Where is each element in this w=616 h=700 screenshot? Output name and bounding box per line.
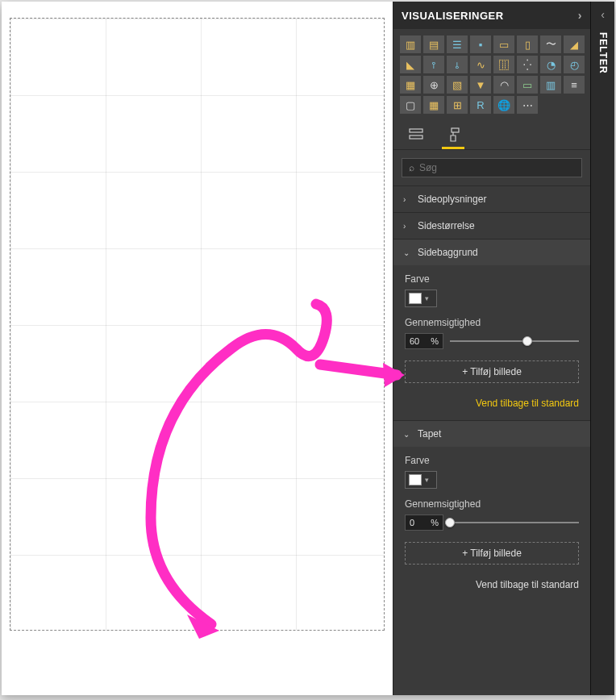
panel-title: VISUALISERINGER — [402, 10, 504, 22]
color-swatch — [409, 474, 422, 485]
viz-stacked-column-icon[interactable]: ▤ — [423, 35, 444, 53]
viz-r-icon[interactable]: R — [470, 96, 491, 114]
section-page-background[interactable]: ⌄ Sidebaggrund — [393, 240, 590, 265]
format-tabs — [393, 120, 590, 150]
viz-100-bar-icon[interactable]: ▭ — [493, 35, 514, 53]
revert-link[interactable]: Vend tilbage til standard — [405, 574, 579, 590]
search-box[interactable]: ⌕ — [402, 158, 582, 177]
color-swatch — [409, 293, 422, 304]
chevron-down-icon: ▾ — [425, 476, 429, 484]
viz-100-column-icon[interactable]: ▯ — [517, 35, 538, 53]
transparency-input[interactable]: 60 % — [405, 333, 443, 349]
transparency-value: 0 — [410, 518, 414, 527]
viz-pie-icon[interactable]: ◔ — [540, 56, 561, 73]
chevron-right-icon: › — [403, 195, 413, 204]
transparency-unit: % — [431, 518, 439, 527]
color-picker[interactable]: ▾ — [405, 290, 437, 307]
section-page-info[interactable]: › Sideoplysninger — [393, 186, 590, 212]
wallpaper-body: Farve ▾ Gennemsigtighed 0 % + Til — [393, 447, 590, 602]
svg-rect-2 — [410, 129, 422, 132]
viz-stacked-area-icon[interactable]: ◣ — [400, 56, 421, 73]
slider-track — [450, 522, 579, 523]
viz-waterfall-icon[interactable]: ⿲ — [493, 56, 514, 73]
viz-slicer-icon[interactable]: ▢ — [400, 96, 421, 114]
canvas-page[interactable] — [10, 18, 385, 631]
viz-filled-map-icon[interactable]: ▧ — [447, 76, 468, 94]
visualizations-header[interactable]: VISUALISERINGER › — [393, 2, 590, 29]
viz-treemap-icon[interactable]: ▦ — [400, 76, 421, 94]
viz-donut-icon[interactable]: ◴ — [564, 56, 585, 73]
section-wallpaper[interactable]: ⌄ Tapet — [393, 421, 590, 447]
format-tab[interactable] — [442, 127, 464, 149]
add-image-button[interactable]: + Tilføj billede — [405, 542, 579, 565]
report-canvas[interactable] — [2, 2, 393, 695]
color-label: Farve — [405, 455, 579, 466]
fields-tab[interactable] — [405, 127, 427, 149]
transparency-slider[interactable] — [450, 335, 579, 348]
viz-map-icon[interactable]: ⊕ — [423, 76, 444, 94]
section-page-size[interactable]: › Sidestørrelse — [393, 213, 590, 239]
viz-more-icon[interactable]: ⋯ — [517, 96, 538, 114]
visualizations-panel: VISUALISERINGER › ▥ ▤ ☰ ▪ ▭ ▯ 〜 ◢ ◣ ⫯ ⫰ … — [393, 2, 590, 695]
viz-line-icon[interactable]: 〜 — [540, 35, 561, 53]
slider-thumb[interactable] — [445, 518, 455, 527]
section-label: Tapet — [418, 428, 441, 440]
section-label: Sideoplysninger — [418, 194, 486, 205]
section-label: Sidebaggrund — [418, 247, 478, 258]
chevron-down-icon: ⌄ — [403, 248, 413, 257]
viz-kpi-icon[interactable]: ≡ — [564, 76, 585, 94]
color-picker[interactable]: ▾ — [405, 471, 437, 489]
page-background-body: Farve ▾ Gennemsigtighed 60 % + Ti — [393, 265, 590, 420]
add-image-button[interactable]: + Tilføj billede — [405, 360, 579, 383]
transparency-input[interactable]: 0 % — [405, 515, 443, 531]
transparency-slider[interactable] — [450, 516, 579, 529]
viz-scatter-icon[interactable]: ⁛ — [517, 56, 538, 73]
viz-gauge-icon[interactable]: ◠ — [493, 76, 514, 94]
viz-line-column-icon[interactable]: ⫯ — [423, 56, 444, 73]
search-icon: ⌕ — [409, 162, 414, 173]
chevron-right-icon[interactable]: › — [578, 9, 582, 22]
transparency-value: 60 — [410, 336, 419, 346]
viz-ribbon-icon[interactable]: ∿ — [470, 56, 491, 73]
viz-funnel-icon[interactable]: ▼ — [470, 76, 491, 94]
viz-table-icon[interactable]: ▦ — [423, 96, 444, 114]
search-input[interactable] — [419, 162, 575, 173]
viz-area-icon[interactable]: ◢ — [564, 35, 585, 53]
viz-line-clustered-icon[interactable]: ⫰ — [447, 56, 468, 73]
color-label: Farve — [405, 273, 579, 285]
visualization-gallery: ▥ ▤ ☰ ▪ ▭ ▯ 〜 ◢ ◣ ⫯ ⫰ ∿ ⿲ ⁛ ◔ ◴ ▦ ⊕ ▧ ▼ … — [393, 29, 590, 120]
chevron-down-icon: ▾ — [425, 294, 429, 302]
slider-thumb[interactable] — [522, 336, 532, 346]
viz-card-icon[interactable]: ▭ — [517, 76, 538, 94]
chevron-right-icon: › — [403, 222, 413, 231]
viz-arcgis-icon[interactable]: 🌐 — [493, 96, 514, 114]
slider-track — [450, 340, 579, 342]
transparency-unit: % — [431, 336, 439, 346]
chevron-down-icon: ⌄ — [403, 430, 413, 439]
viz-clustered-column-icon[interactable]: ▪ — [470, 35, 491, 53]
transparency-label: Gennemsigtighed — [405, 317, 579, 328]
revert-link[interactable]: Vend tilbage til standard — [405, 393, 579, 409]
viz-clustered-bar-icon[interactable]: ☰ — [447, 35, 468, 53]
viz-multi-card-icon[interactable]: ▥ — [540, 76, 561, 94]
svg-rect-3 — [410, 135, 422, 139]
fields-panel-title: FELTER — [597, 32, 609, 74]
svg-rect-4 — [452, 128, 459, 132]
section-label: Sidestørrelse — [418, 220, 475, 231]
viz-stacked-bar-icon[interactable]: ▥ — [400, 35, 421, 53]
fields-panel-collapsed[interactable]: ‹ FELTER — [590, 2, 614, 695]
viz-matrix-icon[interactable]: ⊞ — [447, 96, 468, 114]
transparency-label: Gennemsigtighed — [405, 498, 579, 510]
chevron-left-icon[interactable]: ‹ — [601, 8, 605, 21]
